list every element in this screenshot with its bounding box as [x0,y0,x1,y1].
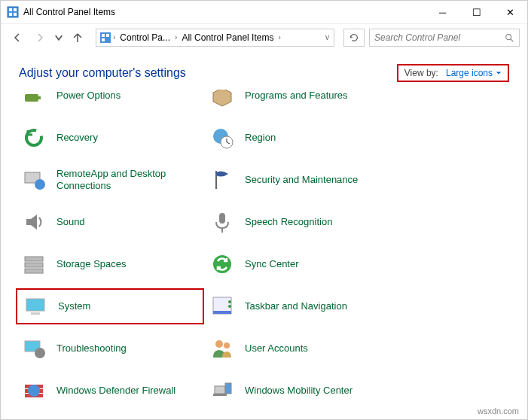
svg-point-36 [224,342,230,348]
item-defender-firewall[interactable]: Windows Defender Firewall [16,373,204,409]
item-taskbar[interactable]: Taskbar and Navigation [204,288,438,324]
item-troubleshooting[interactable]: Troubleshooting [16,330,204,367]
maximize-button[interactable]: ☐ [459,1,493,23]
microphone-icon [210,210,234,234]
item-storage[interactable]: Storage Spaces [16,246,204,282]
svg-rect-7 [106,34,109,37]
svg-rect-41 [215,386,225,394]
item-work-folders[interactable]: Work Folders [16,415,204,419]
remote-icon [22,168,46,192]
forward-button[interactable] [31,29,49,47]
toolbar: › Control Pa... › All Control Panel Item… [1,23,527,50]
item-system[interactable]: System [16,288,204,324]
search-input[interactable] [374,32,504,43]
close-button[interactable]: ✕ [493,1,527,23]
item-remoteapp[interactable]: RemoteApp and Desktop Connections [16,162,204,198]
svg-point-32 [228,305,231,308]
svg-rect-30 [213,311,231,314]
dropdown-history-button[interactable] [53,29,64,47]
item-sound[interactable]: Sound [16,204,204,240]
svg-rect-43 [225,383,231,394]
flag-icon [210,168,234,192]
svg-rect-12 [38,96,41,99]
item-power-options[interactable]: Power Options [16,90,204,114]
svg-rect-3 [9,13,12,16]
item-region[interactable]: Region [204,120,438,156]
svg-rect-2 [14,8,17,11]
item-recovery[interactable]: Recovery [16,120,204,156]
breadcrumb-control-panel[interactable]: Control Pa... [117,32,173,43]
control-panel-icon [7,6,19,18]
svg-rect-1 [9,8,12,11]
svg-rect-24 [25,263,43,267]
recovery-icon [22,126,46,150]
svg-point-9 [506,34,511,39]
view-by-dropdown[interactable]: View by: Large icons [397,64,509,82]
svg-rect-6 [102,34,105,37]
chevron-down-icon[interactable]: v [324,33,331,41]
minimize-button[interactable]: ─ [426,1,459,23]
taskbar-icon [210,294,234,318]
page-title: Adjust your computer's settings [19,66,397,80]
svg-rect-42 [213,394,227,396]
view-by-label: View by: [404,68,438,78]
svg-rect-23 [25,257,43,261]
search-icon [504,32,514,43]
control-panel-icon [99,32,111,44]
svg-point-34 [35,348,45,358]
watermark: wsxdn.com [478,406,519,415]
svg-rect-21 [219,213,225,224]
drives-icon [22,252,46,276]
chevron-right-icon: › [111,33,117,41]
svg-point-40 [28,385,40,397]
up-button[interactable] [69,29,87,47]
svg-rect-27 [26,299,44,311]
chevron-right-icon: › [276,33,282,41]
item-sync[interactable]: Sync Center [204,246,438,282]
item-mobility-center[interactable]: Windows Mobility Center [204,373,438,409]
firewall-icon [22,379,46,403]
speaker-icon [22,210,46,234]
box-icon [210,90,234,108]
address-bar[interactable]: › Control Pa... › All Control Panel Item… [96,29,334,47]
view-by-value[interactable]: Large icons [446,68,502,78]
search-box[interactable] [369,29,520,47]
users-icon [210,336,234,361]
svg-rect-4 [14,13,17,16]
chevron-down-icon [496,70,502,76]
globe-clock-icon [210,126,234,150]
svg-rect-8 [102,38,105,41]
refresh-button[interactable] [343,29,365,47]
monitor-icon [23,294,47,318]
svg-point-31 [228,300,231,303]
power-icon [22,90,46,108]
mobility-icon [210,379,234,403]
svg-point-35 [215,340,223,348]
svg-rect-25 [25,269,43,273]
svg-line-10 [511,38,514,41]
item-user-accounts[interactable]: User Accounts [204,330,438,367]
monitor-gear-icon [22,336,46,361]
chevron-right-icon: › [173,33,179,41]
item-security[interactable]: Security and Maintenance [204,162,438,198]
window-title: All Control Panel Items [23,7,426,17]
item-programs-features[interactable]: Programs and Features [204,90,438,114]
breadcrumb-all-items[interactable]: All Control Panel Items [179,32,276,43]
back-button[interactable] [8,29,26,47]
titlebar: All Control Panel Items ─ ☐ ✕ [1,1,527,23]
svg-rect-11 [25,94,38,102]
svg-rect-28 [31,312,40,315]
item-speech[interactable]: Speech Recognition [204,204,438,240]
svg-point-19 [35,179,45,190]
sync-icon [210,252,234,276]
